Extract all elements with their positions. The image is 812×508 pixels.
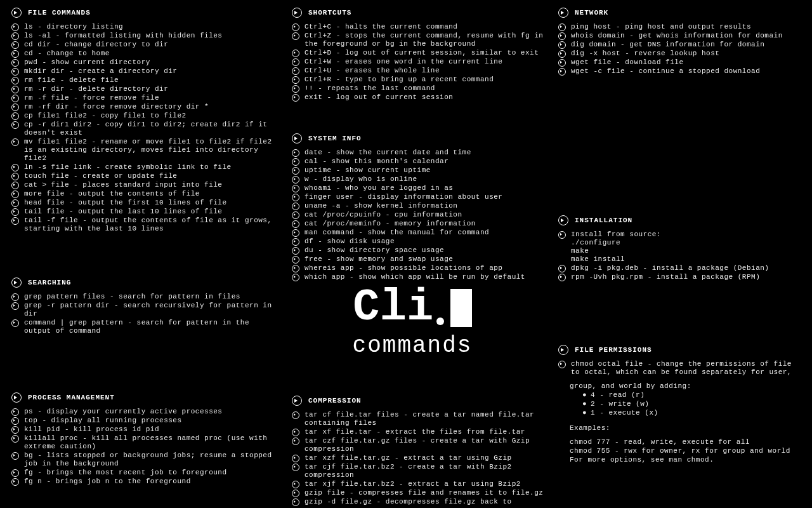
section-heading: FILE PERMISSIONS [558, 345, 799, 355]
bullet-arrow-icon [558, 231, 566, 239]
list-item-text: free - show memory and swap usage [304, 255, 546, 264]
list-item-text: Ctrl+Z - stops the current command, resu… [304, 32, 546, 48]
list-item-text: cat /proc/meminfo - memory information [304, 220, 546, 228]
list-item: rpm -Uvh pkg.rpm - install a package (RP… [558, 273, 799, 281]
list-item: cp -r dir1 dir2 - copy dir1 to dir2; cre… [11, 121, 278, 137]
bullet-arrow-icon [558, 68, 566, 76]
bullet-arrow-icon [292, 85, 299, 93]
list-item: cd - change to home [11, 50, 278, 58]
list-item-text: finger user - display information about … [304, 193, 546, 201]
list-item-text: tar xf file.tar - extract the files from… [304, 428, 546, 436]
bullet-arrow-icon [292, 94, 299, 102]
list-item: wget -c file - continue a stopped downlo… [558, 67, 799, 76]
bullet-arrow-icon [11, 23, 19, 31]
list-item-text: du - show directory space usage [304, 246, 546, 255]
bullet-arrow-icon [11, 173, 19, 180]
list-item-text: rm file - delete file [24, 76, 278, 84]
list-item-text: mkdir dir - create a directory dir [24, 67, 278, 76]
list-item: ls -al - formatted listing with hidden f… [11, 32, 278, 40]
list-item-text: ls -al - formatted listing with hidden f… [24, 32, 278, 40]
list-item: pwd - show current directory [11, 58, 278, 67]
bullet-arrow-icon [11, 32, 19, 40]
bullet-arrow-icon [11, 121, 19, 129]
section-process-management: PROCESS MANAGEMENTps - display your curr… [11, 392, 278, 486]
list-item-text: grep pattern files - search for pattern … [24, 293, 278, 301]
list-item-text: rm -r dir - delete directory dir [24, 85, 278, 93]
list-item: touch file - create or update file [11, 172, 278, 180]
section-file-permissions: FILE PERMISSIONSchmod octal file - chang… [558, 345, 799, 464]
list-item: whereis app - show possible locations of… [292, 264, 546, 272]
list-item-text: tar cjf file.tar.bz2 - create a tar with… [304, 463, 546, 479]
list-item-text: tar cf file.tar files - create a tar nam… [304, 411, 546, 427]
bullet-arrow-icon [292, 464, 299, 471]
list-item: tar czf file.tar.gz files - create a tar… [292, 437, 546, 453]
bullet-arrow-icon [292, 176, 299, 184]
list-item: tar xzf file.tar.gz - extract a tar usin… [292, 454, 546, 462]
list-item: wget file - download file [558, 58, 799, 67]
list-item: free - show memory and swap usage [292, 255, 546, 264]
cli-cheatsheet: FILE COMMANDSls - directory listingls -a… [0, 0, 812, 508]
bullet-arrow-icon [11, 138, 19, 146]
list-item: grep -r pattern dir - search recursively… [11, 302, 278, 318]
list-item: dpkg -i pkg.deb - install a package (Deb… [558, 264, 799, 272]
list-item: bg - lists stopped or background jobs; r… [11, 451, 278, 468]
arrow-circle-icon [292, 8, 302, 18]
list-item-text: rm -rf dir - force remove directory dir … [24, 103, 278, 111]
list-item-text: cp file1 file2 - copy file1 to file2 [24, 112, 278, 120]
list-item: tail file - output the last 10 lines of … [11, 208, 278, 216]
section-title: SHORTCUTS [308, 9, 351, 17]
list-item: ls - directory listing [11, 23, 278, 31]
list-item-text: bg - lists stopped or background jobs; r… [24, 451, 278, 468]
bullet-arrow-icon [292, 256, 299, 264]
list-item-text: chmod octal file - change the permission… [571, 360, 799, 377]
bullet-arrow-icon [292, 211, 299, 219]
list-item: cat /proc/cpuinfo - cpu information [292, 211, 546, 219]
section-heading: INSTALLATION [558, 215, 799, 225]
bullet-arrow-icon [11, 95, 19, 102]
list-item: more file - output the contents of file [11, 190, 278, 198]
arrow-circle-icon [292, 133, 302, 144]
list-item-text: killall proc - kill all processes named … [24, 434, 278, 451]
list-item: w - display who is online [292, 175, 546, 184]
bullet-arrow-icon [292, 229, 299, 237]
section-heading: PROCESS MANAGEMENT [11, 392, 278, 403]
list-item: finger user - display information about … [292, 193, 546, 201]
bullet-arrow-icon [558, 32, 566, 40]
section-title: FILE COMMANDS [28, 9, 91, 17]
bullet-arrow-icon [11, 164, 19, 171]
bullet-arrow-icon [292, 149, 299, 157]
section-heading: SYSTEM INFO [292, 133, 546, 144]
bullet-arrow-icon [292, 58, 299, 66]
list-item-text: Ctrl+U - erases the whole line [304, 67, 546, 75]
arrow-circle-icon [11, 8, 22, 18]
section-title: SEARCHING [28, 279, 71, 286]
list-item: rm -f file - force remove file [11, 94, 278, 102]
list-item-text: whereis app - show possible locations of… [304, 264, 546, 272]
bullet-arrow-icon [292, 23, 299, 31]
bullet-arrow-icon [558, 41, 566, 49]
list-item-text: w - display who is online [304, 175, 546, 184]
perm-bit: 1 - execute (x) [582, 408, 799, 417]
list-item-text: ln -s file link - create symbolic link t… [24, 163, 278, 171]
list-item-text: dig domain - get DNS information for dom… [571, 41, 799, 49]
list-item-text: whoami - who you are logged in as [304, 184, 546, 192]
bullet-arrow-icon [11, 41, 19, 49]
bullet-arrow-icon [11, 417, 19, 425]
bullet-arrow-icon [292, 411, 299, 419]
cli-commands-logo: Cli commands [311, 286, 514, 359]
bullet-arrow-icon [558, 361, 566, 368]
list-item-text: exit - log out of current session [304, 93, 546, 102]
column-middle: SHORTCUTSCtrl+C - halts the current comm… [292, 8, 546, 508]
list-item-text: which app - show which app will be run b… [304, 273, 546, 281]
bullet-arrow-icon [11, 217, 19, 225]
list-item-text: cd - change to home [24, 50, 278, 58]
bullet-arrow-icon [558, 265, 566, 272]
bullet-arrow-icon [292, 203, 299, 210]
bullet-arrow-icon [11, 86, 19, 93]
list-item: Ctrl+Z - stops the current command, resu… [292, 32, 546, 48]
list-item: whoami - who you are logged in as [292, 184, 546, 192]
section-title: FILE PERMISSIONS [575, 346, 652, 354]
list-item: Ctrl+C - halts the current command [292, 23, 546, 31]
list-item: cp file1 file2 - copy file1 to file2 [11, 112, 278, 120]
list-item: rm -rf dir - force remove directory dir … [11, 103, 278, 111]
